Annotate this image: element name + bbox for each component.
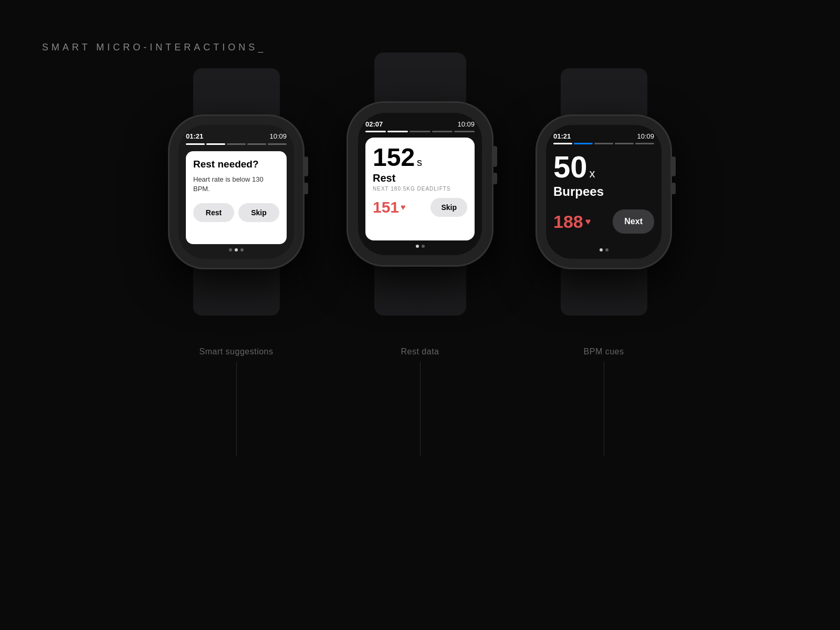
- watch-2-band-bottom: [374, 266, 466, 316]
- watch-3-bottom-row: 188 ♥ Next: [553, 209, 654, 234]
- watch-3-dots: [553, 243, 654, 251]
- watch-2-band-top: [374, 52, 466, 102]
- watch-3-divider: [604, 362, 604, 456]
- watch-2-status-bar: 02:07 10:09: [365, 120, 475, 128]
- watch-3-unit: x: [590, 167, 595, 181]
- watch-1-rest-button[interactable]: Rest: [193, 203, 234, 222]
- watch-3-bpm: 188: [553, 212, 583, 232]
- watch-1-dots: [186, 248, 287, 251]
- heart-icon-2: ♥: [401, 203, 406, 212]
- watch-2-crown: [493, 146, 497, 167]
- watch-3-label: BPM cues: [584, 347, 624, 356]
- watch-1-time-right: 10:09: [269, 132, 287, 140]
- watch-1-case: 01:21 10:09 Rest needed? Heart ra: [168, 114, 304, 269]
- watch-3-band-bottom: [561, 268, 647, 316]
- watch-2-dots: [365, 245, 475, 248]
- watch-2-label: Rest data: [401, 347, 439, 356]
- watch-2-next-text: NEXT 180.5KG DEADLIFTS: [373, 186, 467, 192]
- watch-1-divider: [236, 362, 237, 456]
- watch-3-next-button[interactable]: Next: [613, 209, 654, 234]
- watch-2-card: 152 s Rest NEXT 180.5KG DEADLIFTS 151 ♥ …: [365, 138, 475, 240]
- watches-container: 01:21 10:09 Rest needed? Heart ra: [0, 68, 840, 456]
- watch-2-bpm: 151: [373, 198, 399, 216]
- watch-2-rest-label: Rest: [373, 172, 467, 184]
- watch-3: 01:21 10:09 50 x: [536, 68, 672, 456]
- watch-1-body: Heart rate is below 130 BPM.: [193, 175, 279, 194]
- watch-2-divider: [420, 362, 421, 456]
- watch-1-button: [304, 183, 308, 194]
- watch-2: 02:07 10:09 152: [346, 52, 494, 456]
- watch-2-timer: 152: [373, 145, 415, 170]
- watch-3-time-right: 10:09: [637, 132, 654, 140]
- watch-1-card: Rest needed? Heart rate is below 130 BPM…: [186, 151, 287, 244]
- watch-1-title: Rest needed?: [193, 159, 279, 171]
- watch-2-progress: [365, 131, 475, 132]
- watch-2-time-right: 10:09: [457, 120, 475, 128]
- watch-1-skip-button[interactable]: Skip: [238, 203, 279, 222]
- watch-1-crown: [304, 156, 308, 176]
- watch-3-band-top: [561, 68, 647, 116]
- watch-1-time-left: 01:21: [186, 132, 203, 140]
- watch-1-actions: Rest Skip: [193, 203, 279, 222]
- watch-1-status-bar: 01:21 10:09: [186, 132, 287, 140]
- watch-1-progress: [186, 143, 287, 145]
- watch-3-progress: [553, 143, 654, 144]
- watch-2-screen: 02:07 10:09 152: [358, 113, 482, 255]
- watch-2-case: 02:07 10:09 152: [346, 101, 494, 267]
- watch-3-button: [671, 183, 676, 194]
- watch-3-screen: 01:21 10:09 50 x: [546, 125, 662, 259]
- watch-3-time-left: 01:21: [553, 132, 571, 140]
- watch-1-band-bottom: [193, 268, 280, 316]
- watch-2-skip-button[interactable]: Skip: [430, 198, 467, 217]
- watch-1-label: Smart suggestions: [199, 347, 273, 356]
- page-title: SMART MICRO-INTERACTIONS_: [42, 42, 266, 53]
- watch-3-status-bar: 01:21 10:09: [553, 132, 654, 140]
- watch-1-screen: 01:21 10:09 Rest needed? Heart ra: [178, 125, 294, 259]
- watch-3-crown: [671, 156, 676, 176]
- watch-3-exercise-count-row: 50 x: [553, 152, 654, 182]
- watch-1-band-top: [193, 68, 280, 116]
- watch-2-time-left: 02:07: [365, 120, 383, 128]
- watch-3-count: 50: [553, 152, 587, 182]
- watch-3-case: 01:21 10:09 50 x: [536, 114, 672, 269]
- watch-2-button: [493, 173, 497, 184]
- watch-1: 01:21 10:09 Rest needed? Heart ra: [168, 68, 304, 456]
- watch-3-exercise-name: Burpees: [553, 184, 654, 199]
- heart-icon-3: ♥: [585, 216, 591, 227]
- watch-2-timer-unit: s: [417, 156, 422, 169]
